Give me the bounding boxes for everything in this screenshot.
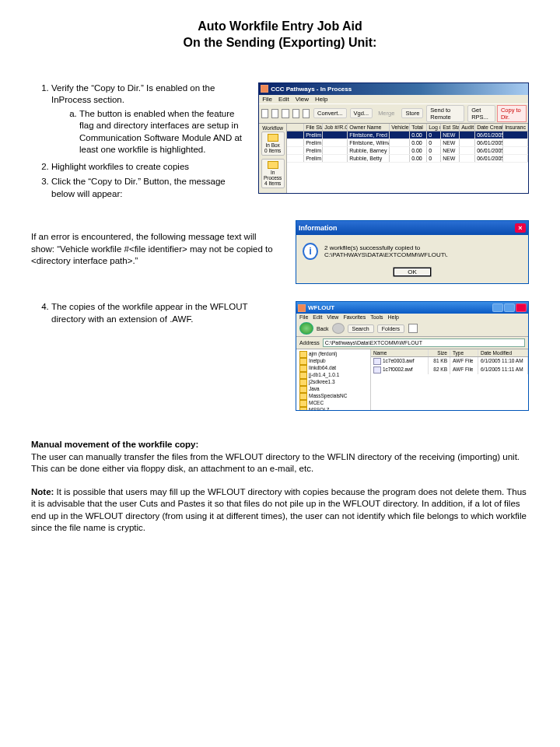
merge-button: Merge bbox=[374, 108, 398, 118]
menu-edit[interactable]: Edit bbox=[313, 314, 322, 320]
explorer-window: WFLOUT File Edit View Favorites Tools He… bbox=[296, 301, 529, 411]
info-dialog: Information × i 2 workfile(s) successful… bbox=[296, 220, 529, 284]
in-process-button[interactable]: In Process4 Items bbox=[261, 159, 285, 188]
file-row[interactable]: 1c7e0003.awf81 KBAWF File6/1/2005 11:10 … bbox=[371, 357, 528, 366]
table-row[interactable]: PrelimRubble, Barney0.000NEW06/01/2005 bbox=[287, 147, 528, 155]
step-3: Click the “Copy to Dir.” Button, the mes… bbox=[51, 176, 244, 200]
dialog-titlebar: Information × bbox=[296, 221, 528, 235]
inbox-button[interactable]: In Box0 Items bbox=[261, 132, 285, 156]
menu-favorites[interactable]: Favorites bbox=[343, 314, 366, 320]
menu-file[interactable]: File bbox=[262, 96, 272, 103]
send-button[interactable]: Send to Remote bbox=[426, 105, 464, 122]
address-input[interactable] bbox=[323, 338, 525, 347]
app-icon bbox=[261, 85, 268, 93]
convert-button[interactable]: Convert... bbox=[313, 108, 347, 118]
ccc-menubar: File Edit View Help bbox=[259, 95, 528, 103]
copy-to-dir-button[interactable]: Copy to Dir. bbox=[497, 105, 527, 122]
print-icon[interactable] bbox=[292, 109, 299, 118]
file-row[interactable]: 1c7f0002.awf82 KBAWF File6/1/2005 11:11 … bbox=[371, 366, 528, 374]
back-button[interactable] bbox=[299, 322, 313, 335]
ccc-window: CCC Pathways - In Process File Edit View… bbox=[258, 82, 529, 194]
close-icon[interactable]: × bbox=[515, 223, 526, 233]
table-row[interactable]: PrelimFlintstone, Wilma0.000NEW06/01/200… bbox=[287, 139, 528, 147]
table-row[interactable]: PrelimFlintstone, Fred0.000NEW06/01/2005 bbox=[287, 132, 528, 139]
step-1a: The button is enabled when the feature f… bbox=[79, 108, 244, 156]
manual-paragraph: Manual movement of the workfile copy: Th… bbox=[31, 439, 529, 475]
doc-title-1: Auto Workfile Entry Job Aid bbox=[31, 19, 529, 35]
workfile-grid: File StatJob #/R.O. #Owner NameVehicleTo… bbox=[287, 124, 528, 193]
folder-tree[interactable]: ajm (ferdoni) Inetpub linkdb64.dat jj-db… bbox=[296, 349, 371, 410]
close-icon[interactable] bbox=[516, 303, 527, 312]
error-paragraph: If an error is encountered, the followin… bbox=[31, 231, 282, 268]
menu-help[interactable]: Help bbox=[388, 314, 399, 320]
step-1: Verify the “Copy to Dir.” Is enabled on … bbox=[51, 82, 244, 156]
help-icon[interactable] bbox=[303, 109, 310, 118]
get-rps-button[interactable]: Get RPS... bbox=[467, 105, 495, 122]
copy-icon[interactable] bbox=[271, 109, 278, 118]
folder-icon bbox=[298, 304, 306, 312]
doc-title-2: On the Sending (Exporting) Unit: bbox=[31, 35, 529, 51]
ccc-toolbar: Convert... Vgd... Merge Store Send to Re… bbox=[259, 103, 528, 124]
dialog-message: 2 workfile(s) successfully copied to C:\… bbox=[324, 244, 522, 258]
maximize-icon[interactable] bbox=[504, 303, 515, 312]
store-button[interactable]: Store bbox=[401, 108, 423, 118]
menu-edit[interactable]: Edit bbox=[278, 96, 289, 103]
step-2: Highlight workfiles to create copies bbox=[51, 161, 244, 174]
workflow-panel: Workflow In Box0 Items In Process4 Items bbox=[259, 124, 287, 193]
ccc-titlebar: CCC Pathways - In Process bbox=[259, 83, 528, 95]
table-row[interactable]: PrelimRubble, Betty0.000NEW06/01/2005 bbox=[287, 155, 528, 163]
cut-icon[interactable] bbox=[261, 109, 268, 118]
steps-list: Verify the “Copy to Dir.” Is enabled on … bbox=[37, 82, 244, 201]
menu-view[interactable]: View bbox=[327, 314, 338, 320]
menu-view[interactable]: View bbox=[296, 96, 309, 103]
step-4: The copies of the workfile appear in the… bbox=[51, 301, 282, 325]
menu-help[interactable]: Help bbox=[315, 96, 327, 103]
note-paragraph: Note: It is possible that users may fill… bbox=[31, 486, 529, 535]
menu-file[interactable]: File bbox=[299, 314, 308, 320]
ok-button[interactable]: OK bbox=[393, 267, 432, 277]
vgd-button[interactable]: Vgd... bbox=[350, 108, 373, 118]
file-list: NameSizeTypeDate Modified 1c7e0003.awf81… bbox=[371, 349, 528, 410]
minimize-icon[interactable] bbox=[492, 303, 503, 312]
search-button[interactable]: Search bbox=[348, 324, 374, 333]
info-icon: i bbox=[303, 243, 318, 260]
views-icon[interactable] bbox=[408, 324, 418, 333]
menu-tools[interactable]: Tools bbox=[370, 314, 383, 320]
folders-button[interactable]: Folders bbox=[377, 324, 404, 333]
paste-icon[interactable] bbox=[282, 109, 289, 118]
forward-button[interactable] bbox=[332, 323, 345, 334]
